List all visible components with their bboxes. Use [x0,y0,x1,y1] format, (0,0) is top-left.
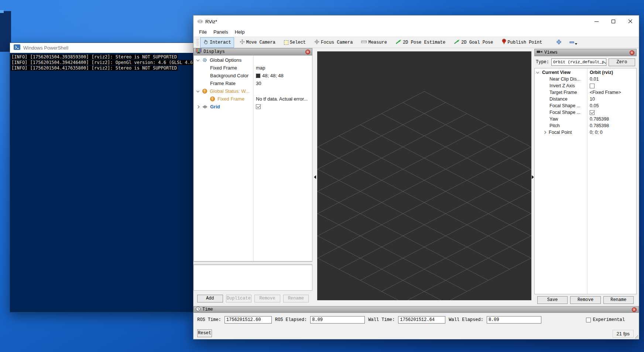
row-value[interactable]: 0; 0; 0 [587,130,636,135]
collapse-left-button[interactable] [312,48,317,306]
row-value[interactable]: 0.785398 [587,116,636,122]
row-value[interactable]: <Fixed Frame> [587,90,636,95]
row-label: Invert Z Axis [549,83,575,88]
chevron-down-icon[interactable] [196,89,199,92]
experimental-toggle[interactable]: Experimental [586,317,625,322]
row-near-clip[interactable]: Near Clip Dis... 0.01 [535,76,636,82]
chevron-down-icon[interactable] [536,70,539,73]
toolbar-drag-handle[interactable] [197,39,198,46]
collapse-right-button[interactable] [531,48,534,306]
column-divider[interactable] [253,55,254,261]
remove-view-button[interactable]: Remove [570,296,600,304]
measure-tool-button[interactable]: Measure [358,38,390,47]
displays-panel-header[interactable]: Displays [193,48,312,55]
chevron-right-icon[interactable] [543,131,546,134]
row-value[interactable]: Orbit (rviz) [587,70,636,75]
close-button[interactable] [622,16,639,27]
add-tool-button[interactable] [556,39,561,46]
menu-panels[interactable]: Panels [210,28,232,36]
minimize-button[interactable] [588,16,605,27]
row-value[interactable]: No tf data. Actual error... [253,96,312,102]
3d-viewport[interactable] [317,51,531,300]
row-distance[interactable]: Distance 10 [535,96,636,102]
select-tool-button[interactable]: Select [281,38,309,47]
duplicate-display-button[interactable]: Duplicate [226,295,252,302]
resize-grip[interactable] [635,335,638,338]
maximize-button[interactable] [605,16,622,27]
row-invert-z[interactable]: Invert Z Axis [535,82,636,89]
focus-camera-tool-button[interactable]: Focus Camera [311,37,356,48]
row-value[interactable] [587,110,636,115]
close-icon [628,19,633,24]
row-value[interactable]: 0.05 [587,103,636,108]
wall-elapsed-input[interactable] [487,316,541,324]
checkbox-checked[interactable] [256,104,261,109]
menu-help[interactable]: Help [232,28,248,36]
zero-button[interactable]: Zero [609,58,635,66]
close-panel-icon[interactable] [632,307,637,312]
checkbox-unchecked[interactable] [586,318,591,322]
chevron-right-icon[interactable] [196,105,199,108]
move-camera-tool-button[interactable]: Move Camera [237,37,278,48]
checkbox-checked[interactable] [590,110,595,115]
ros-elapsed-input[interactable] [310,316,365,324]
chevron-down-icon[interactable] [196,58,199,61]
row-frame-rate[interactable]: Frame Rate 30 [194,79,312,87]
view-type-dropdown[interactable]: Orbit (rviz_default_p [551,58,606,66]
tool-label: 2D Goal Pose [461,40,493,45]
row-label: Global Options [210,57,242,63]
row-focal-point[interactable]: Focal Point 0; 0; 0 [535,129,636,136]
column-divider[interactable] [587,68,588,294]
console-log-line: [INFO] [1756201504.417635800] [rviz2]: S… [11,65,192,71]
remove-display-button[interactable]: Remove [254,295,280,302]
time-panel-header[interactable]: Time [193,306,639,313]
publish-point-tool-button[interactable]: Publish Point [499,37,545,48]
close-panel-icon[interactable] [630,50,634,55]
menu-file[interactable]: File [196,28,210,36]
row-value[interactable]: 0.01 [587,77,636,82]
row-fixed-frame[interactable]: Fixed Frame map [194,64,312,72]
row-pitch[interactable]: Pitch 0.785398 [535,122,636,129]
row-value[interactable]: 30 [253,81,312,86]
interact-tool-button[interactable]: Interact [200,37,234,48]
powershell-title: Windows PowerShell [23,45,68,51]
pose-estimate-tool-button[interactable]: 2D Pose Estimate [393,37,448,47]
rviz-titlebar[interactable]: RViz* [193,16,639,27]
row-fixed-frame-warning[interactable]: Fixed Frame No tf data. Actual error... [194,95,312,103]
wall-time-input[interactable] [398,316,445,324]
add-display-button[interactable]: Add [197,295,223,302]
row-value[interactable] [587,84,636,88]
rename-display-button[interactable]: Rename [283,295,309,302]
row-value[interactable]: 48; 48; 48 [253,73,312,78]
row-value[interactable] [253,104,312,109]
row-global-status[interactable]: Global Status: W... [194,87,312,95]
powershell-console[interactable]: [INFO] [1756201504.393859300] [rviz2]: S… [10,53,193,312]
save-view-button[interactable]: Save [537,296,568,304]
row-current-view[interactable]: Current View Orbit (rviz) [535,69,636,76]
reset-button[interactable]: Reset [197,329,212,337]
row-label: Global Status: W... [210,88,250,94]
row-focal-shape-fixed[interactable]: Focal Shape ... [535,109,636,116]
close-panel-icon[interactable] [305,50,310,54]
remove-tool-button[interactable] [569,40,577,45]
row-grid[interactable]: Grid [194,103,312,111]
row-yaw[interactable]: Yaw 0.785398 [535,116,636,122]
row-target-frame[interactable]: Target Frame <Fixed Frame> [535,89,636,96]
checkbox-unchecked[interactable] [590,84,595,88]
console-log-line: [INFO] [1756201504.393859300] [rviz2]: S… [11,54,192,60]
panel-title: Time [202,307,213,312]
row-value[interactable]: 10 [587,97,636,102]
ros-time-input[interactable] [225,316,272,324]
row-value[interactable]: 0.785398 [587,123,636,128]
rename-view-button[interactable]: Rename [603,296,634,304]
row-label: Fixed Frame [210,65,237,71]
panel-title: Displays [203,49,225,54]
powershell-titlebar[interactable]: Windows PowerShell [10,43,193,53]
views-panel-header[interactable]: Views [534,49,637,56]
row-background-color[interactable]: Background Color 48; 48; 48 [194,72,312,79]
row-value[interactable]: map [253,65,312,71]
row-global-options[interactable]: Global Options [194,56,312,64]
goal-pose-tool-button[interactable]: 2D Goal Pose [451,37,496,47]
panel-splitter[interactable] [193,261,312,265]
row-focal-shape-size[interactable]: Focal Shape ... 0.05 [535,102,636,109]
